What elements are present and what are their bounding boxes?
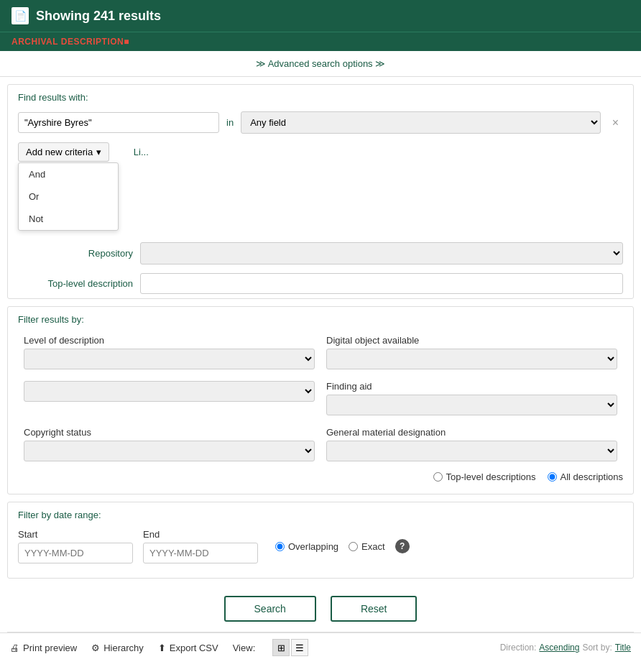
top-level-radio-group: Top-level descriptions [433,471,536,482]
export-csv-label: Export CSV [170,643,218,653]
accent-dot: ■ [124,37,129,47]
remove-criteria-button[interactable]: × [608,115,623,131]
digital-object-col: Digital object available [320,329,623,375]
field-select[interactable]: Any field Title Scope and content Archiv… [241,111,601,134]
repository-row: Repository [8,238,633,269]
search-input[interactable] [18,112,219,133]
hierarchy-label: Hierarchy [103,643,144,653]
copyright-label: Copyright status [24,427,315,438]
top-level-radio-label: Top-level descriptions [446,471,536,482]
view-label: View: [233,643,256,653]
digital-object-label: Digital object available [326,335,617,346]
end-label: End [143,529,258,540]
description-radio-row: Top-level descriptions All descriptions [8,467,633,487]
add-criteria-row: Add new criteria ▾ And Or Not Li... [8,138,633,166]
digital-object-select[interactable] [326,349,617,369]
finding-aid-label: Finding aid [326,381,617,392]
date-range-label: Filter by date range: [8,502,633,525]
all-desc-radio-group: All descriptions [548,471,623,482]
add-criteria-button[interactable]: Add new criteria ▾ [18,142,109,162]
start-date-input[interactable] [18,543,133,563]
sort-value[interactable]: Title [615,643,631,653]
filter-results-label: Filter results by: [8,307,633,329]
find-results-label: Find results with: [8,85,633,107]
page-title: Showing 241 results [36,9,161,24]
advanced-toggle-label: Advanced search options [268,58,373,69]
exact-label: Exact [361,541,385,552]
end-date-col: End [143,529,258,563]
print-preview-label: Print preview [23,643,77,653]
top-level-input[interactable] [140,273,623,294]
hierarchy-item[interactable]: ⚙ Hierarchy [91,643,144,653]
criteria-or[interactable]: Or [19,185,118,208]
filter-grid: Level of description Digital object avai… [8,329,633,467]
button-row: Search Reset [0,586,641,632]
search-panel: Find results with: in Any field Title Sc… [7,84,634,299]
top-level-row: Top-level description [8,269,633,298]
top-level-label: Top-level description [18,278,133,289]
exact-radio-group: Exact [349,541,385,552]
dropdown-arrow: ▾ [96,147,101,157]
limits-link[interactable]: Li... [134,147,149,157]
finding-aid-col: Finding aid [320,375,623,421]
date-row: Start End Overlapping Exact ? [8,525,633,568]
print-preview-item[interactable]: 🖨 Print preview [10,643,77,653]
list-view-button[interactable]: ☰ [291,639,308,656]
export-icon: ⬆ [158,643,166,653]
overlapping-radio[interactable] [275,542,285,551]
grid-view-button[interactable]: ⊞ [272,639,290,656]
archival-description-label: ARCHIVAL DESCRIPTION [11,37,124,47]
advanced-search-toggle[interactable]: ≫ Advanced search options ≫ [0,51,641,77]
criteria-not[interactable]: Not [19,208,118,230]
overlapping-radio-group: Overlapping [275,541,338,552]
export-csv-item[interactable]: ⬆ Export CSV [158,643,218,653]
criteria-and[interactable]: And [19,163,118,185]
toggle-arrow-right: ≫ [375,58,385,69]
toggle-arrow-left: ≫ [256,58,266,69]
search-button[interactable]: Search [224,596,316,622]
direction-value[interactable]: Ascending [539,643,579,653]
end-date-input[interactable] [143,543,258,563]
header-bar: 📄 Showing 241 results [0,0,641,32]
sort-row: Direction: Ascending Sort by: Title [500,643,631,653]
bottom-toolbar: 🖨 Print preview ⚙ Hierarchy ⬆ Export CSV… [0,632,641,662]
all-desc-radio-label: All descriptions [561,471,623,482]
general-material-label: General material designation [326,427,617,438]
copyright-col: Copyright status [18,421,320,467]
level-description-label: Level of description [24,335,315,346]
start-date-col: Start [18,529,133,563]
second-level-col [18,375,320,421]
sub-header: ARCHIVAL DESCRIPTION■ [0,32,641,51]
general-material-select[interactable] [326,441,617,461]
copyright-select[interactable] [24,441,315,461]
overlapping-label: Overlapping [288,541,338,552]
start-label: Start [18,529,133,540]
view-icons: ⊞ ☰ [272,639,308,656]
all-desc-radio[interactable] [548,472,557,482]
in-label: in [226,117,234,128]
second-level-select[interactable] [24,381,315,402]
date-section: Filter by date range: Start End Overlapp… [7,502,634,579]
general-material-col: General material designation [320,421,623,467]
level-description-col: Level of description [18,329,320,375]
doc-icon: 📄 [11,7,29,24]
overlap-group: Overlapping Exact ? [275,539,410,553]
reset-button[interactable]: Reset [331,596,418,622]
criteria-dropdown-menu: And Or Not [18,162,119,231]
hierarchy-icon: ⚙ [91,643,100,653]
direction-label: Direction: [500,643,537,653]
repository-select[interactable] [140,242,623,264]
filter-section: Filter results by: Level of description … [7,306,634,494]
add-criteria-label: Add new criteria [26,147,93,157]
finding-aid-select[interactable] [326,395,617,415]
level-description-select[interactable] [24,349,315,369]
repository-label: Repository [18,248,133,259]
date-help-icon[interactable]: ? [395,539,410,553]
criteria-row: in Any field Title Scope and content Arc… [8,107,633,138]
print-icon: 🖨 [10,643,19,653]
exact-radio[interactable] [349,542,358,551]
top-level-radio[interactable] [433,472,443,482]
sort-label: Sort by: [582,643,612,653]
